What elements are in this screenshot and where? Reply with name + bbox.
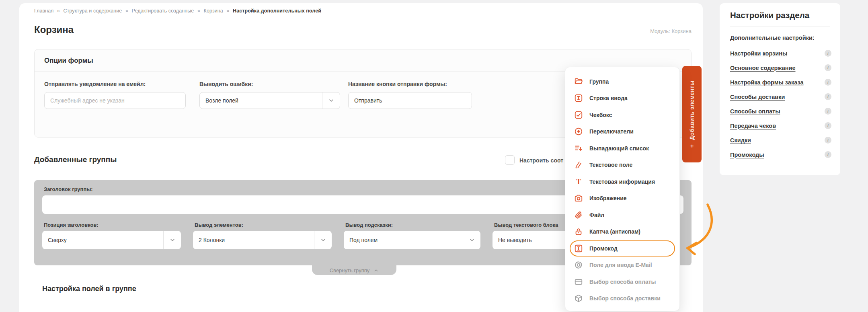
sidebar-row-order-form: Настройка формы заказа i [730, 79, 831, 86]
breadcrumb: Главная » Структура и содержание » Редак… [34, 8, 321, 14]
checkbox-icon [574, 111, 583, 119]
info-icon[interactable]: i [825, 122, 831, 129]
breadcrumb-edit-created[interactable]: Редактировать созданные [132, 8, 194, 14]
match-checkbox[interactable] [505, 155, 515, 165]
errors-select-value: Возле полей [200, 97, 322, 104]
menu-item-label: Текстовая информация [589, 179, 655, 185]
sidebar-row-promocodes: Промокоды i [730, 151, 831, 158]
heading-position-field: Позиция заголовков: Сверху [42, 231, 181, 249]
menu-item-label: Каптча (антиспам) [589, 228, 640, 235]
sidebar-link-discounts[interactable]: Скидки [730, 137, 751, 144]
info-icon[interactable]: i [825, 93, 831, 100]
submit-name-field-group: Название кнопки отправки формы: [348, 81, 472, 109]
text-block-output-label: Вывод текстового блока [494, 222, 558, 228]
sidebar-link-promocodes[interactable]: Промокоды [730, 152, 764, 158]
sidebar-link-main-content[interactable]: Основное содержание [730, 65, 796, 71]
menu-item-label: Выпадающий список [589, 145, 649, 152]
elements-output-select[interactable]: 2 Колонки [193, 231, 332, 249]
hint-output-label: Вывод подсказки: [345, 222, 393, 228]
menu-item-file[interactable]: Файл [565, 207, 679, 224]
heading-position-label: Позиция заголовков: [44, 222, 98, 228]
add-elements-label: Добавить элементы [689, 81, 695, 140]
menu-item-label: Переключатели [589, 128, 634, 135]
menu-item-delivery-method: Выбор способа доставки [565, 290, 679, 307]
sidebar-row-receipts: Передача чеков i [730, 122, 831, 129]
add-elements-button[interactable]: + Добавить элементы [682, 66, 702, 162]
menu-item-image[interactable]: Изображение [565, 190, 679, 207]
breadcrumb-cart[interactable]: Корзина [204, 8, 223, 14]
info-icon[interactable]: i [825, 108, 831, 115]
sidebar-link-order-form[interactable]: Настройка формы заказа [730, 79, 804, 86]
elements-output-field: Вывод элементов: 2 Колонки [193, 231, 332, 249]
chevron-down-icon [163, 231, 181, 249]
errors-field-group: Выводить ошибки: Возле полей [199, 81, 340, 109]
breadcrumb-separator: » [57, 8, 60, 14]
errors-select[interactable]: Возле полей [199, 92, 340, 109]
hint-output-value: Под полем [344, 237, 463, 243]
elements-output-value: 2 Колонки [193, 237, 314, 243]
menu-item-dropdown-list[interactable]: Выпадающий список [565, 140, 679, 157]
breadcrumb-divider [34, 19, 692, 19]
collapse-group-button[interactable]: Свернуть группу [312, 265, 396, 275]
heading-position-value: Сверху [42, 237, 163, 243]
sidebar-row-main-content: Основное содержание i [730, 64, 831, 71]
credit-card-icon [574, 277, 583, 286]
menu-item-input-line[interactable]: Строка ввода [565, 90, 679, 107]
promocode-icon [574, 244, 583, 253]
at-sign-icon [574, 261, 583, 269]
match-checkbox-label: Настроить соот [519, 157, 563, 164]
textarea-pen-icon [574, 160, 583, 169]
sidebar-title: Настройки раздела [730, 10, 809, 20]
sidebar-link-payment-methods[interactable]: Способы оплаты [730, 108, 780, 115]
menu-item-label: Текстовое поле [589, 162, 632, 168]
menu-item-checkbox[interactable]: Чекбокс [565, 107, 679, 123]
package-icon [574, 294, 583, 303]
email-notify-input[interactable] [44, 92, 186, 109]
menu-item-promocode[interactable]: Промокод [565, 240, 679, 257]
plus-icon: + [689, 144, 695, 148]
heading-position-select[interactable]: Сверху [42, 231, 181, 249]
menu-item-label: Поле для ввода E-Mail [589, 262, 652, 268]
menu-item-text-info[interactable]: T Текстовая информация [565, 173, 679, 190]
info-icon[interactable]: i [825, 64, 831, 71]
breadcrumb-separator: » [125, 8, 128, 14]
menu-item-label: Выбор способа оплаты [589, 279, 656, 285]
breadcrumb-home[interactable]: Главная [34, 8, 53, 14]
info-icon[interactable]: i [825, 151, 831, 158]
breadcrumb-current: Настройка дополнительных полей [233, 8, 321, 14]
paperclip-icon [574, 211, 583, 220]
added-groups-heading: Добавленные группы [34, 155, 117, 164]
sidebar-link-receipts[interactable]: Передача чеков [730, 123, 776, 129]
module-label: Модуль: Корзина [34, 28, 692, 34]
menu-item-textarea[interactable]: Текстовое поле [565, 157, 679, 174]
group-header-label: Заголовок группы: [44, 186, 93, 192]
sidebar-row-cart-settings: Настройки корзины i [730, 50, 831, 57]
info-icon[interactable]: i [825, 79, 831, 86]
folder-open-icon [574, 77, 583, 86]
menu-item-radio[interactable]: Переключатели [565, 123, 679, 140]
errors-label: Выводить ошибки: [199, 81, 340, 87]
elements-output-label: Вывод элементов: [195, 222, 243, 228]
add-element-menu: Группа Строка ввода Чекбокс Переключател… [565, 67, 680, 311]
menu-item-captcha[interactable]: Каптча (антиспам) [565, 224, 679, 240]
breadcrumb-structure[interactable]: Структура и содержание [64, 8, 122, 14]
sidebar-row-payment-methods: Способы оплаты i [730, 108, 831, 115]
hint-output-select[interactable]: Под полем [344, 231, 480, 249]
sidebar-divider [730, 27, 830, 27]
sidebar-link-cart-settings[interactable]: Настройки корзины [730, 50, 787, 57]
chevron-up-icon [373, 268, 379, 273]
info-icon[interactable]: i [825, 137, 831, 144]
submit-name-input[interactable] [348, 92, 472, 109]
menu-item-email-field: Поле для ввода E-Mail [565, 257, 679, 274]
menu-item-group[interactable]: Группа [565, 73, 679, 90]
menu-item-label: Промокод [589, 245, 618, 252]
text-info-icon: T [574, 177, 583, 186]
group-fields-heading: Настройка полей в группе [42, 285, 136, 293]
sidebar-row-delivery-methods: Способы доставки i [730, 93, 831, 100]
hint-output-field: Вывод подсказки: Под полем [344, 231, 480, 249]
camera-icon [574, 194, 583, 203]
sidebar-link-delivery-methods[interactable]: Способы доставки [730, 94, 785, 100]
info-icon[interactable]: i [825, 50, 831, 57]
svg-text:T: T [576, 177, 581, 186]
menu-item-label: Выбор способа доставки [589, 295, 661, 302]
